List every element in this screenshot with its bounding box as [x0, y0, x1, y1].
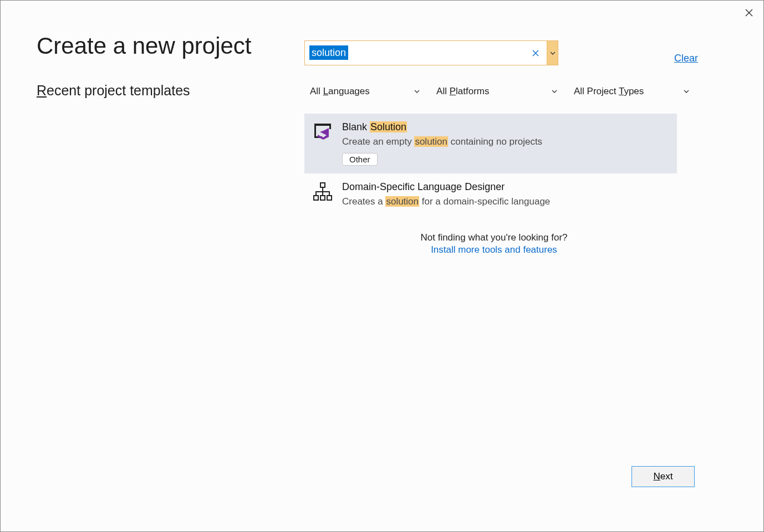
svg-rect-7: [327, 196, 332, 200]
template-title: Domain-Specific Language Designer: [342, 181, 668, 193]
chevron-down-icon: [552, 89, 557, 94]
template-desc: Create an empty solution containing no p…: [342, 136, 668, 147]
template-desc: Creates a solution for a domain-specific…: [342, 196, 668, 207]
template-item[interactable]: Domain-Specific Language DesignerCreates…: [304, 173, 677, 215]
filter-languages[interactable]: All Languages: [304, 83, 425, 100]
svg-rect-0: [314, 124, 331, 126]
filter-project-types[interactable]: All Project Types: [568, 83, 695, 100]
filter-bar: All Languages All Platforms All Project …: [304, 83, 695, 100]
chevron-down-icon: [684, 89, 689, 94]
clear-link[interactable]: Clear: [674, 53, 698, 64]
search-dropdown-button[interactable]: [547, 41, 558, 65]
svg-rect-5: [314, 196, 318, 200]
vs-solution-icon: [312, 121, 333, 142]
svg-rect-6: [320, 196, 325, 200]
not-finding-box: Not finding what you're looking for? Ins…: [419, 232, 569, 255]
results-list: Blank SolutionCreate an empty solution c…: [304, 114, 677, 215]
search-input[interactable]: [305, 41, 524, 65]
dsl-hierarchy-icon: [312, 181, 333, 202]
clear-search-icon[interactable]: [524, 41, 547, 65]
svg-rect-4: [320, 183, 325, 187]
page-title: Create a new project: [37, 33, 252, 59]
template-tag: Other: [342, 153, 668, 166]
close-icon[interactable]: [742, 6, 756, 19]
install-tools-link[interactable]: Install more tools and features: [431, 244, 557, 255]
not-finding-text: Not finding what you're looking for?: [419, 232, 569, 243]
search-box[interactable]: solution: [304, 40, 558, 65]
template-item[interactable]: Blank SolutionCreate an empty solution c…: [304, 114, 677, 173]
chevron-down-icon: [414, 89, 420, 94]
svg-rect-2: [329, 124, 331, 129]
recent-templates-label: Recent project templates: [37, 83, 190, 99]
next-button[interactable]: Next: [631, 466, 695, 487]
filter-platforms[interactable]: All Platforms: [431, 83, 563, 100]
template-title: Blank Solution: [342, 121, 668, 133]
svg-rect-1: [314, 124, 316, 138]
